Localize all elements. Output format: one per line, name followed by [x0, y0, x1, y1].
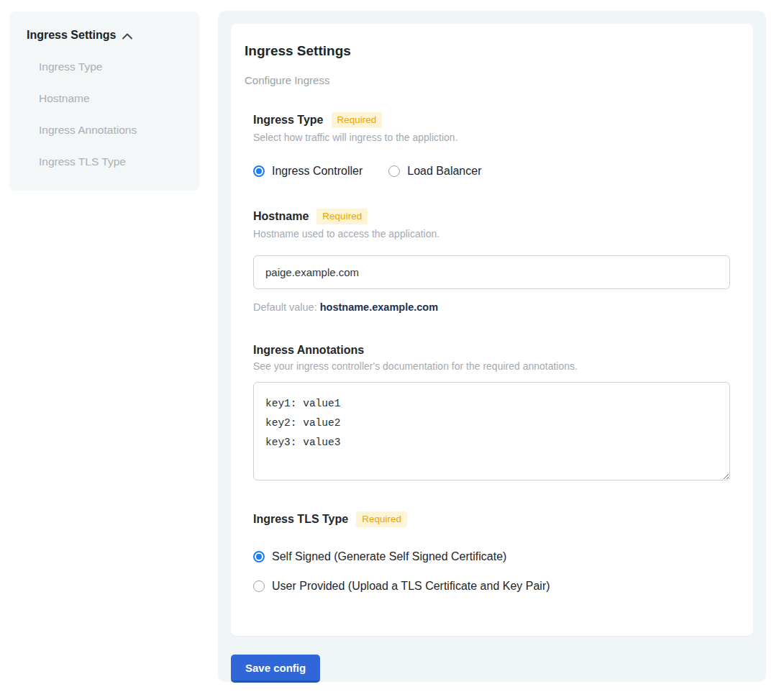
sidebar-group-ingress-settings[interactable]: Ingress Settings: [27, 29, 182, 42]
field-group-ingress-tls-type: Ingress TLS Type Required Self Signed (G…: [253, 511, 730, 593]
sidebar-item-ingress-tls-type[interactable]: Ingress TLS Type: [27, 155, 182, 168]
radio-button-icon[interactable]: [253, 551, 265, 562]
sidebar-item-ingress-type[interactable]: Ingress Type: [27, 60, 182, 73]
radio-button-icon[interactable]: [253, 580, 265, 592]
ingress-type-options: Ingress Controller Load Balancer: [253, 165, 730, 178]
ingress-settings-card: Ingress Settings Configure Ingress Ingre…: [231, 24, 753, 636]
field-help-text: Hostname used to access the application.: [253, 228, 730, 240]
radio-button-icon[interactable]: [388, 165, 400, 177]
radio-option-label: User Provided (Upload a TLS Certificate …: [272, 580, 550, 593]
field-label-row: Hostname Required: [253, 209, 730, 224]
field-help-text: See your ingress controller's documentat…: [253, 360, 730, 372]
card-title: Ingress Settings: [245, 43, 730, 59]
field-group-ingress-annotations: Ingress Annotations See your ingress con…: [253, 344, 730, 480]
chevron-up-icon: [122, 33, 132, 40]
radio-option-self-signed[interactable]: Self Signed (Generate Self Signed Certif…: [253, 550, 730, 563]
default-value-prefix: Default value:: [253, 301, 320, 313]
required-badge: Required: [332, 112, 383, 128]
field-group-ingress-type: Ingress Type Required Select how traffic…: [253, 112, 730, 178]
field-label: Ingress Type: [253, 114, 324, 127]
field-label-row: Ingress Type Required: [253, 112, 730, 128]
field-label: Hostname: [253, 210, 309, 223]
sidebar-item-list: Ingress Type Hostname Ingress Annotation…: [27, 60, 182, 168]
field-label: Ingress TLS Type: [253, 513, 348, 526]
field-label-row: Ingress TLS Type Required: [253, 511, 730, 527]
required-badge: Required: [356, 511, 407, 527]
card-subtitle: Configure Ingress: [245, 74, 730, 86]
default-value-text: hostname.example.com: [320, 301, 438, 313]
config-nav-sidebar: Ingress Settings Ingress Type Hostname I…: [9, 12, 199, 191]
tls-type-options: Self Signed (Generate Self Signed Certif…: [253, 550, 730, 593]
radio-option-label: Ingress Controller: [272, 165, 363, 178]
sidebar-group-label: Ingress Settings: [27, 29, 116, 42]
ingress-annotations-textarea[interactable]: key1: value1 key2: value2 key3: value3: [253, 382, 730, 480]
field-label: Ingress Annotations: [253, 344, 364, 357]
radio-option-load-balancer[interactable]: Load Balancer: [388, 165, 481, 178]
hostname-default-line: Default value: hostname.example.com: [253, 301, 730, 313]
sidebar-item-ingress-annotations[interactable]: Ingress Annotations: [27, 124, 182, 137]
required-badge: Required: [316, 209, 368, 224]
radio-button-icon[interactable]: [253, 165, 265, 177]
save-config-button[interactable]: Save config: [231, 655, 320, 683]
radio-option-label: Load Balancer: [407, 165, 481, 178]
radio-option-label: Self Signed (Generate Self Signed Certif…: [272, 550, 506, 563]
radio-option-ingress-controller[interactable]: Ingress Controller: [253, 165, 363, 178]
field-label-row: Ingress Annotations: [253, 344, 730, 357]
sidebar-item-hostname[interactable]: Hostname: [27, 92, 182, 105]
field-group-hostname: Hostname Required Hostname used to acces…: [253, 209, 730, 313]
config-panel: Ingress Settings Configure Ingress Ingre…: [218, 11, 766, 682]
field-help-text: Select how traffic will ingress to the a…: [253, 132, 730, 143]
radio-option-user-provided[interactable]: User Provided (Upload a TLS Certificate …: [253, 580, 730, 593]
hostname-input[interactable]: [253, 255, 730, 289]
